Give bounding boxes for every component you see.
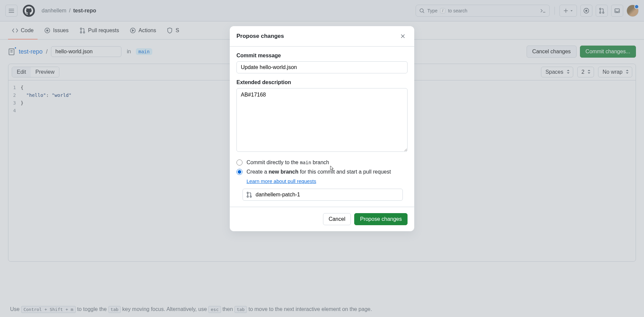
branch-name-input[interactable]	[256, 192, 399, 198]
extended-description-label: Extended description	[236, 79, 408, 85]
propose-changes-button[interactable]: Propose changes	[354, 213, 408, 225]
commit-direct-option[interactable]: Commit directly to the main branch	[236, 160, 408, 166]
svg-point-15	[250, 196, 251, 197]
learn-more-link[interactable]: Learn more about pull requests	[247, 178, 316, 184]
propose-changes-modal: Propose changes Commit message Extended …	[230, 26, 414, 231]
create-branch-radio[interactable]	[236, 169, 243, 175]
extended-description-input[interactable]: AB#17168	[236, 88, 408, 152]
modal-overlay[interactable]: Propose changes Commit message Extended …	[0, 0, 644, 317]
commit-direct-radio[interactable]	[236, 160, 243, 166]
svg-point-13	[247, 192, 248, 193]
cancel-button[interactable]: Cancel	[323, 213, 351, 225]
commit-message-input[interactable]	[236, 61, 408, 73]
create-branch-option[interactable]: Create a new branch for this commit and …	[236, 169, 408, 175]
modal-body: Commit message Extended description AB#1…	[230, 47, 414, 207]
modal-footer: Cancel Propose changes	[230, 207, 414, 231]
modal-title: Propose changes	[236, 33, 284, 40]
close-icon	[400, 34, 406, 39]
branch-name-input-wrap	[243, 189, 403, 201]
svg-point-14	[247, 196, 248, 197]
git-branch-icon	[246, 192, 252, 198]
close-button[interactable]	[398, 31, 408, 41]
modal-header: Propose changes	[230, 26, 414, 47]
commit-message-label: Commit message	[236, 53, 408, 59]
